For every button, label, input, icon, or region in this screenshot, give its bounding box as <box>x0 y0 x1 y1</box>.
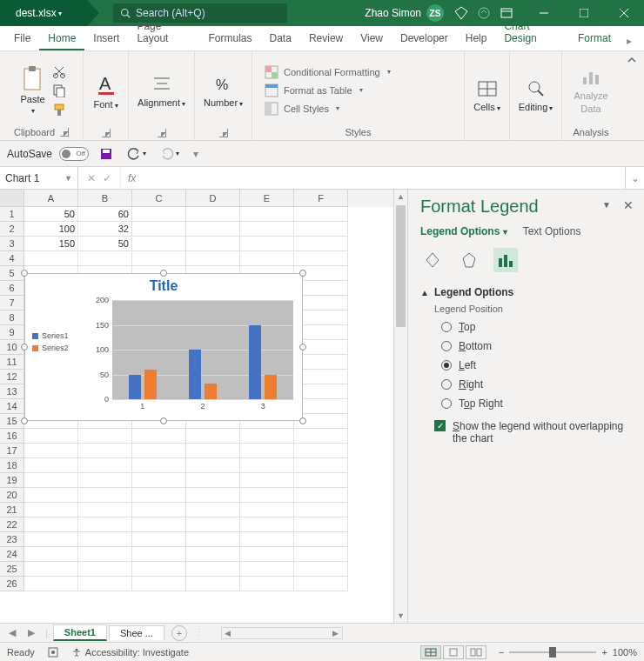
cell[interactable] <box>186 532 240 547</box>
cell[interactable] <box>24 503 78 517</box>
row-header[interactable]: 1 <box>0 207 24 222</box>
scroll-right-button[interactable]: ▶ <box>330 629 342 638</box>
cell[interactable] <box>132 251 186 266</box>
row-header[interactable]: 11 <box>0 355 24 370</box>
chart-legend[interactable]: Series1Series2 <box>32 328 69 356</box>
collapse-ribbon-button[interactable] <box>620 51 644 140</box>
checkbox-overlap[interactable]: ✓Show the legend without overlapping the… <box>434 420 632 444</box>
view-page-break-button[interactable] <box>466 645 486 659</box>
resize-handle[interactable] <box>299 270 306 277</box>
cell[interactable] <box>132 562 186 577</box>
maximize-button[interactable] <box>564 0 604 26</box>
cell[interactable] <box>240 429 294 444</box>
resize-handle[interactable] <box>299 417 306 424</box>
pane-options-button[interactable]: ▼ <box>602 200 611 210</box>
format-as-table-button[interactable]: Format as Table ▾ <box>265 83 363 97</box>
format-painter-icon[interactable] <box>52 103 66 117</box>
cell[interactable] <box>294 503 348 517</box>
number-button[interactable]: % Number▾ <box>200 72 246 110</box>
cell[interactable] <box>294 222 348 237</box>
cell[interactable] <box>186 503 240 517</box>
cell[interactable] <box>78 547 132 562</box>
cell[interactable] <box>132 517 186 532</box>
zoom-slider[interactable] <box>509 651 596 653</box>
cell[interactable]: 32 <box>78 222 132 237</box>
zoom-out-button[interactable]: − <box>499 647 504 658</box>
enter-formula-icon[interactable]: ✓ <box>103 172 111 184</box>
cell[interactable]: 50 <box>24 207 78 222</box>
scroll-thumb[interactable] <box>396 205 406 327</box>
cell[interactable] <box>186 237 240 251</box>
select-all-button[interactable] <box>0 190 24 207</box>
cell[interactable] <box>78 503 132 517</box>
radio-top[interactable]: Top <box>441 321 632 333</box>
row-header[interactable]: 7 <box>0 296 24 310</box>
cell[interactable] <box>294 444 348 458</box>
row-header[interactable]: 25 <box>0 562 24 577</box>
cell[interactable] <box>294 577 348 591</box>
cell[interactable]: 150 <box>24 237 78 251</box>
effects-icon[interactable] <box>457 248 481 272</box>
cell[interactable] <box>294 532 348 547</box>
cell[interactable] <box>240 517 294 532</box>
vertical-scrollbar[interactable]: ▲ ▼ <box>393 190 407 623</box>
cell[interactable] <box>24 473 78 488</box>
cell[interactable] <box>78 251 132 266</box>
cell[interactable] <box>294 458 348 473</box>
cell[interactable] <box>132 577 186 591</box>
embedded-chart[interactable]: Title Series1Series2 050100150200123 <box>24 273 303 421</box>
col-header[interactable]: B <box>78 190 132 207</box>
cell[interactable] <box>78 532 132 547</box>
scroll-down-button[interactable]: ▼ <box>394 609 407 623</box>
cell[interactable] <box>78 473 132 488</box>
tab-view[interactable]: View <box>352 27 392 50</box>
filename[interactable]: dest.xlsx ▾ <box>0 0 87 26</box>
cell[interactable] <box>132 547 186 562</box>
tab-data[interactable]: Data <box>261 27 300 50</box>
tab-help[interactable]: Help <box>457 27 496 50</box>
sheet-nav-next[interactable]: ▶ <box>23 627 40 638</box>
cut-icon[interactable] <box>52 64 66 78</box>
cell[interactable] <box>240 237 294 251</box>
cell[interactable] <box>186 251 240 266</box>
tab-file[interactable]: File <box>5 27 39 50</box>
tab-page-layout[interactable]: Page Layout <box>128 15 199 50</box>
cell[interactable]: 100 <box>24 222 78 237</box>
cell[interactable] <box>240 562 294 577</box>
cell[interactable] <box>294 207 348 222</box>
resize-handle[interactable] <box>21 270 28 277</box>
cell[interactable] <box>24 532 78 547</box>
cell[interactable] <box>240 222 294 237</box>
cell[interactable] <box>78 517 132 532</box>
row-header[interactable]: 17 <box>0 444 24 458</box>
new-sheet-button[interactable]: + <box>171 625 187 641</box>
cell[interactable] <box>294 237 348 251</box>
row-header[interactable]: 8 <box>0 310 24 325</box>
col-header[interactable]: C <box>132 190 186 207</box>
cell[interactable] <box>132 207 186 222</box>
tab-format[interactable]: Format <box>569 27 620 50</box>
redo-button[interactable]: ▾ <box>157 145 183 163</box>
row-header[interactable]: 3 <box>0 237 24 251</box>
row-header[interactable]: 9 <box>0 325 24 340</box>
accessibility-status[interactable]: Accessibility: Investigate <box>71 647 189 658</box>
sheet-tab[interactable]: Shee ... <box>109 625 164 640</box>
cell[interactable] <box>240 488 294 503</box>
horizontal-scrollbar[interactable]: ◀ ▶ <box>221 627 343 639</box>
cell[interactable] <box>132 444 186 458</box>
cell[interactable] <box>132 237 186 251</box>
cell[interactable] <box>186 429 240 444</box>
cell[interactable] <box>186 222 240 237</box>
cell[interactable] <box>240 577 294 591</box>
resize-handle[interactable] <box>299 344 306 351</box>
undo-button[interactable]: ▾ <box>124 145 150 163</box>
tab-home[interactable]: Home <box>39 27 84 50</box>
cell[interactable] <box>78 458 132 473</box>
radio-top-right[interactable]: Top Right <box>441 397 632 410</box>
fill-line-icon[interactable] <box>420 248 445 272</box>
resize-handle[interactable] <box>160 417 167 424</box>
cell[interactable] <box>294 547 348 562</box>
cell[interactable] <box>24 547 78 562</box>
coming-soon-icon[interactable] <box>477 6 491 20</box>
tab-formulas[interactable]: Formulas <box>200 27 261 50</box>
